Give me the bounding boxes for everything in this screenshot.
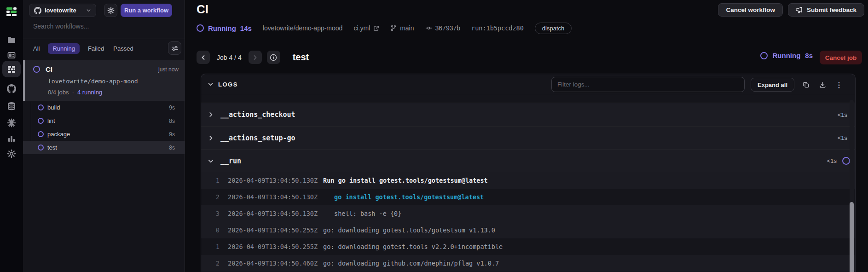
sidebar-item-settings[interactable] (2, 145, 21, 162)
job-row-lint[interactable]: lint 8s (23, 114, 185, 127)
commit-info: 367937b (425, 24, 461, 32)
workflow-card-ci[interactable]: CI just now lovetowrite/demo-app-mood 0/… (23, 60, 185, 101)
job-row-build[interactable]: build 9s (23, 101, 185, 114)
more-options-button[interactable]: ⋮ (833, 78, 845, 91)
section-duration: <1s (838, 111, 847, 118)
sidebar-item-workflows[interactable] (2, 61, 21, 77)
workflow-time: just now (158, 66, 179, 73)
job-row-package[interactable]: package 9s (23, 127, 185, 141)
log-line[interactable]: 3 2026-04-09T13:04:50.130Z shell: bash -… (201, 205, 855, 222)
log-line[interactable]: 1 2026-04-09T13:04:50.130Z Run go instal… (201, 172, 855, 189)
running-spinner-icon (842, 157, 850, 165)
sidebar-item-sparkle[interactable] (2, 115, 21, 131)
prev-job-button[interactable] (197, 51, 210, 64)
info-icon (270, 54, 277, 61)
submit-feedback-button[interactable]: Submit feedback (788, 3, 864, 17)
running-count: 4 running (77, 89, 102, 96)
sidebar-item-github[interactable] (2, 81, 21, 97)
chevron-left-icon (201, 55, 206, 60)
filter-options-button[interactable] (168, 41, 181, 55)
workflow-file-link[interactable]: ci.yml (353, 24, 379, 32)
section-name: __actions_checkout (220, 110, 295, 119)
running-spinner-icon (38, 131, 44, 137)
job-list: build 9s lint 8s package 9s test 8s (23, 101, 185, 154)
run-status-duration: 14s (240, 24, 252, 32)
sidebar-item-analytics[interactable] (2, 130, 21, 147)
search-workflows-input[interactable] (33, 21, 171, 31)
log-line[interactable]: 1 2026-04-09T13:04:50.255Z go: downloadi… (201, 238, 855, 255)
tab-failed[interactable]: Failed (87, 43, 105, 54)
chevron-right-icon (206, 135, 216, 141)
section-status: <1s (827, 157, 850, 165)
expand-all-button[interactable]: Expand all (751, 78, 794, 92)
chevron-right-icon (252, 55, 258, 60)
download-logs-button[interactable] (816, 78, 829, 91)
filter-logs-input[interactable] (551, 77, 745, 92)
line-message: Run go install gotest.tools/gotestsum@la… (323, 177, 488, 184)
running-spinner-icon (38, 145, 44, 150)
run-id: run:1b5pccdz80 (471, 24, 524, 32)
job-row-test[interactable]: test 8s (23, 141, 185, 154)
workflow-file-label: ci.yml (353, 24, 370, 32)
cancel-workflow-button[interactable]: Cancel workflow (718, 3, 783, 17)
app-logo-icon (6, 6, 17, 18)
log-line[interactable]: 2 2026-04-09T13:04:50.130Z go install go… (201, 189, 855, 205)
folder-icon (7, 35, 16, 45)
bar-chart-icon (7, 134, 16, 143)
running-spinner-icon (197, 24, 204, 32)
commit-sha: 367937b (435, 24, 461, 32)
submit-feedback-label: Submit feedback (807, 6, 856, 13)
chevron-down-icon[interactable] (208, 81, 214, 87)
section-name: __actions_setup-go (220, 134, 295, 142)
icon-rail (0, 0, 23, 272)
workflow-repo: lovetowrite/demo-app-mood (48, 78, 138, 85)
gear-icon (107, 7, 115, 14)
tab-passed[interactable]: Passed (112, 43, 134, 54)
run-status: Running 14s (197, 24, 252, 32)
line-message: go: downloading github.com/dnephin/pflag… (323, 260, 499, 267)
sidebar-item-database[interactable] (2, 98, 21, 114)
workflow-settings-button[interactable] (104, 4, 117, 17)
tab-all[interactable]: All (32, 43, 41, 54)
workflow-filter-tabs: All Running Failed Passed (32, 42, 134, 54)
dot-separator: · (72, 89, 74, 96)
log-line[interactable]: 2 2026-04-09T13:04:50.460Z go: downloadi… (201, 255, 855, 272)
gear-icon (7, 149, 16, 158)
app-logo[interactable] (2, 4, 21, 20)
sparkle-icon (7, 118, 16, 127)
branch-name: main (400, 24, 414, 32)
line-timestamp: 2026-04-09T13:04:50.255Z (228, 226, 318, 234)
page-title: CI (197, 2, 208, 17)
running-spinner-icon (33, 66, 40, 73)
repo-name: lovetowrite/demo-app-mood (263, 24, 343, 32)
log-section-actions-checkout[interactable]: __actions_checkout <1s (201, 103, 855, 126)
copy-logs-button[interactable] (799, 78, 812, 91)
run-workflow-button[interactable]: Run a workflow (121, 4, 172, 17)
log-section-run[interactable]: __run <1s (201, 149, 855, 172)
chevron-down-icon (86, 8, 91, 13)
job-info-button[interactable] (267, 51, 280, 64)
org-selector[interactable]: lovetowrite (29, 4, 96, 17)
job-status: Running 8s (760, 52, 813, 59)
main-content: CI Running 14s lovetowrite/demo-app-mood… (185, 0, 868, 272)
logs-scrollbar-thumb[interactable] (850, 202, 854, 272)
log-sections: __actions_checkout <1s __actions_setup-g… (201, 103, 855, 172)
job-name: test (47, 144, 57, 151)
logs-toolbar: LOGS Expand all ⋮ (201, 74, 855, 95)
next-job-button[interactable] (249, 51, 262, 64)
run-status-label: Running (208, 24, 236, 32)
cancel-job-button[interactable]: Cancel job (820, 51, 862, 64)
github-icon (34, 7, 41, 14)
log-section-actions-setup-go[interactable]: __actions_setup-go <1s (201, 126, 855, 149)
job-duration: 8s (169, 145, 175, 151)
log-line[interactable]: 0 2026-04-09T13:04:50.255Z go: downloadi… (201, 222, 855, 238)
tab-running[interactable]: Running (48, 43, 79, 54)
external-link-icon (373, 25, 379, 31)
job-header: Job 4 / 4 test (197, 51, 309, 64)
line-number: 1 (201, 177, 220, 184)
line-timestamp: 2026-04-09T13:04:50.460Z (228, 260, 318, 267)
job-status-label: Running (772, 52, 800, 59)
sidebar-item-files[interactable] (2, 32, 21, 48)
workflow-jobs-summary: 0/4 jobs · 4 running (48, 89, 102, 96)
line-message: go: downloading gotest.tools/gotestsum v… (323, 226, 495, 234)
